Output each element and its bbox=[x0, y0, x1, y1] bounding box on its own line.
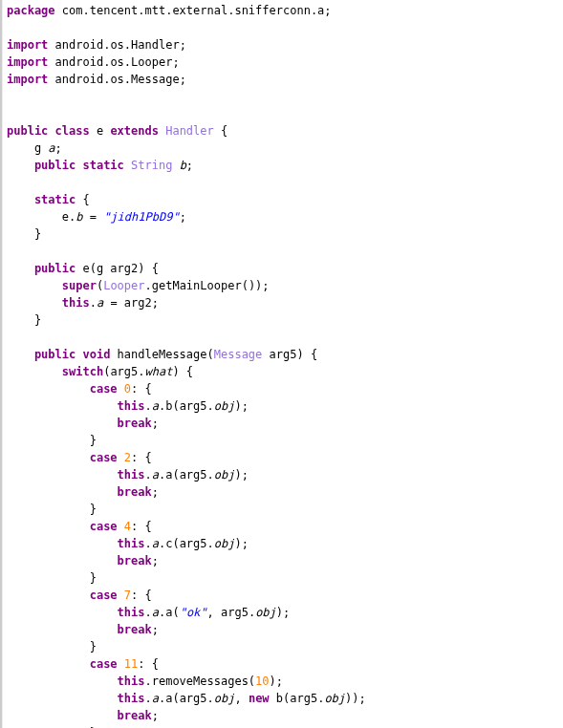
kw-static: static bbox=[7, 193, 76, 206]
dot: . bbox=[90, 296, 97, 310]
break: break; bbox=[7, 554, 159, 567]
kw-this: this bbox=[7, 537, 145, 550]
type-string: String bbox=[124, 159, 173, 172]
kw-public-void: public void bbox=[7, 348, 110, 361]
semi: ; bbox=[186, 159, 193, 172]
kw-this: this bbox=[7, 674, 145, 688]
num-7: 7 bbox=[118, 589, 131, 602]
semi: ; bbox=[152, 554, 159, 567]
case-label: case 4: { bbox=[7, 520, 152, 533]
brace-close: } bbox=[7, 227, 41, 241]
sig: e(g arg2) { bbox=[76, 262, 159, 275]
kw-this: this bbox=[7, 296, 90, 310]
kw-import: import bbox=[7, 73, 48, 86]
kw-public-class: public class bbox=[7, 124, 90, 138]
call: .removeMessages( bbox=[145, 674, 256, 688]
kw-break: break bbox=[7, 554, 152, 567]
field-what: what bbox=[145, 365, 173, 378]
eq-arg: = arg2; bbox=[103, 296, 159, 310]
method-decl: public void handleMessage(Message arg5) … bbox=[7, 348, 317, 361]
method-name: handleMessage( bbox=[110, 348, 213, 361]
kw-case: case bbox=[7, 589, 118, 602]
stmt: this.removeMessages(10); bbox=[7, 674, 283, 688]
field-obj: obj bbox=[214, 537, 235, 550]
stmt: this.a.a(arg5.obj); bbox=[7, 468, 249, 482]
dot: . bbox=[145, 399, 152, 413]
case-label: case 2: { bbox=[7, 451, 152, 464]
semi: )); bbox=[345, 692, 366, 705]
num-0: 0 bbox=[118, 382, 131, 396]
import-line: import android.os.Looper; bbox=[7, 55, 180, 69]
dot: . bbox=[145, 537, 152, 550]
num-4: 4 bbox=[118, 520, 131, 533]
kw-public: public bbox=[7, 262, 76, 275]
brace: { bbox=[214, 124, 227, 138]
import-text: android.os.Handler; bbox=[48, 38, 186, 52]
break: break; bbox=[7, 417, 159, 430]
semi: ; bbox=[55, 141, 62, 155]
semi: ); bbox=[234, 537, 248, 550]
stmt: this.a.a(arg5.obj, new b(arg5.obj)); bbox=[7, 692, 366, 705]
dot: . bbox=[145, 468, 152, 482]
text: (arg5. bbox=[103, 365, 144, 378]
field-obj: obj bbox=[255, 606, 276, 619]
code-editor: package com.tencent.mtt.external.sniffer… bbox=[2, 0, 563, 728]
brace-close: } bbox=[7, 503, 97, 516]
brace-close: } bbox=[7, 313, 41, 327]
kw-package: package bbox=[7, 4, 55, 17]
stmt: this.a.a("ok", arg5.obj); bbox=[7, 606, 290, 619]
kw-this: this bbox=[7, 399, 145, 413]
brace-close: } bbox=[7, 434, 97, 447]
field-a: a bbox=[152, 468, 159, 482]
kw-this: this bbox=[7, 468, 145, 482]
kw-super: super bbox=[7, 279, 97, 292]
brace-close: } bbox=[7, 640, 97, 653]
semi: ); bbox=[276, 606, 290, 619]
import-line: import android.os.Handler; bbox=[7, 38, 186, 52]
break: break; bbox=[7, 485, 159, 499]
eq: = bbox=[82, 210, 103, 224]
dot: . bbox=[145, 606, 152, 619]
super-call: super(Looper.getMainLooper()); bbox=[7, 279, 270, 292]
semi: ; bbox=[152, 709, 159, 722]
break: break; bbox=[7, 709, 159, 722]
dot: . bbox=[145, 692, 152, 705]
class-name: e bbox=[90, 124, 111, 138]
stmt: this.a.c(arg5.obj); bbox=[7, 537, 249, 550]
field-a: a bbox=[152, 399, 159, 413]
kw-extends: extends bbox=[110, 124, 159, 138]
kw-switch: switch bbox=[7, 365, 103, 378]
assignment: this.a = arg2; bbox=[7, 296, 159, 310]
brace: : { bbox=[131, 451, 152, 464]
field-b: b bbox=[172, 159, 185, 172]
package-decl: package com.tencent.mtt.external.sniffer… bbox=[7, 4, 332, 17]
type-message: Message bbox=[214, 348, 263, 361]
kw-break: break bbox=[7, 709, 152, 722]
field-decl: g a; bbox=[7, 141, 62, 155]
brace: { bbox=[76, 193, 89, 206]
kw-case: case bbox=[7, 520, 118, 533]
case-label: case 11: { bbox=[7, 657, 159, 671]
num-2: 2 bbox=[118, 451, 131, 464]
text: e. bbox=[7, 210, 76, 224]
call: .c(arg5. bbox=[159, 537, 214, 550]
field-a: a bbox=[152, 606, 159, 619]
call: .a( bbox=[159, 606, 180, 619]
call: .b(arg5. bbox=[159, 399, 214, 413]
brace-close: } bbox=[7, 571, 97, 585]
kw-this: this bbox=[7, 606, 145, 619]
brace: ) { bbox=[172, 365, 193, 378]
break: break; bbox=[7, 623, 159, 636]
field-obj: obj bbox=[214, 399, 235, 413]
import-text: android.os.Looper; bbox=[48, 55, 179, 69]
pkg-name: com.tencent.mtt.external.snifferconn.a; bbox=[55, 4, 332, 17]
stmt: this.a.b(arg5.obj); bbox=[7, 399, 249, 413]
field-decl: public static String b; bbox=[7, 159, 193, 172]
num-10: 10 bbox=[255, 674, 269, 688]
kw-import: import bbox=[7, 38, 48, 52]
semi: ; bbox=[152, 623, 159, 636]
case-label: case 0: { bbox=[7, 382, 152, 396]
assignment: e.b = "jidh1PbD9"; bbox=[7, 210, 186, 224]
string-ok: "ok" bbox=[180, 606, 207, 619]
kw-break: break bbox=[7, 623, 152, 636]
